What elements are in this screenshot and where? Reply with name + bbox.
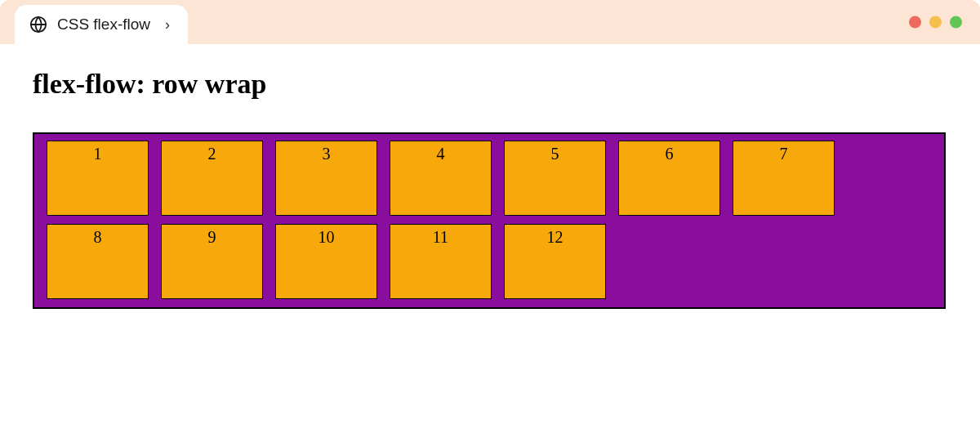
flex-item: 9 (161, 224, 263, 299)
window-controls (909, 16, 962, 29)
window-close-button[interactable] (909, 16, 921, 29)
tab-title: CSS flex-flow (57, 16, 150, 34)
window-minimize-button[interactable] (929, 16, 942, 29)
flex-item: 12 (504, 224, 606, 299)
flex-item: 2 (161, 141, 263, 216)
flex-item: 10 (275, 224, 377, 299)
flex-item: 5 (504, 141, 606, 216)
chevron-right-icon: › (165, 16, 170, 34)
page-heading: flex-flow: row wrap (33, 69, 947, 100)
window-maximize-button[interactable] (950, 16, 962, 29)
flex-item: 3 (275, 141, 377, 216)
browser-chrome: CSS flex-flow › (0, 0, 980, 44)
flex-item: 6 (618, 141, 720, 216)
flex-item: 8 (47, 224, 149, 299)
flex-item: 4 (390, 141, 492, 216)
flex-container: 1 2 3 4 5 6 7 8 9 10 11 12 (33, 132, 946, 309)
flex-item: 11 (390, 224, 492, 299)
flex-item: 1 (47, 141, 149, 216)
flex-item: 7 (733, 141, 835, 216)
page-content: flex-flow: row wrap 1 2 3 4 5 6 7 8 9 10… (0, 44, 980, 333)
browser-tab[interactable]: CSS flex-flow › (15, 5, 188, 44)
globe-icon (29, 16, 47, 34)
